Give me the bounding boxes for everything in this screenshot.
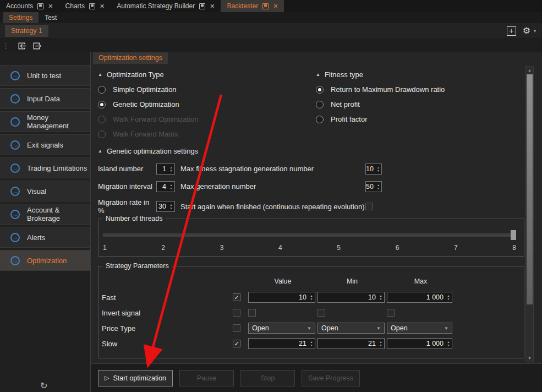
- fast-value-spinner[interactable]: 10▲▼: [248, 292, 315, 303]
- collapse-icon[interactable]: ▲: [98, 72, 102, 77]
- spin-down-icon[interactable]: ▼: [380, 298, 382, 300]
- max-fitness-stagnation-generation-number-spinner[interactable]: 10▲▼: [365, 164, 382, 175]
- collapse-icon[interactable]: ▲: [98, 149, 102, 154]
- spin-up-icon[interactable]: ▲: [170, 184, 173, 186]
- price-type-min-dropdown[interactable]: Open▼: [317, 323, 385, 334]
- spinner-arrows[interactable]: ▲▼: [377, 339, 384, 349]
- close-icon[interactable]: ✕: [273, 3, 278, 9]
- sidebar-item-unit-to-test[interactable]: →Unit to test: [0, 65, 90, 86]
- spin-down-icon[interactable]: ▼: [170, 207, 173, 209]
- threads-slider[interactable]: [103, 230, 516, 240]
- price-type-enable-checkbox[interactable]: [233, 324, 240, 332]
- close-icon[interactable]: ✕: [210, 3, 215, 9]
- save-icon[interactable]: [37, 3, 43, 9]
- fitness-type-option-return-to-maximum-drawdown-ratio[interactable]: Return to Maximum Drawdown ratio: [316, 85, 524, 94]
- fast-enable-checkbox[interactable]: [233, 293, 240, 301]
- invert-signal-enable-checkbox[interactable]: [233, 309, 240, 317]
- invert-signal-value-checkbox[interactable]: [248, 309, 256, 317]
- sidebar-item-trading-limitations[interactable]: →Trading Limitations: [0, 157, 90, 178]
- start-optimization-button[interactable]: ▷Start optimization: [98, 370, 173, 386]
- refresh-icon[interactable]: ↻: [40, 380, 47, 391]
- save-icon[interactable]: [262, 3, 269, 9]
- add-strategy-icon[interactable]: +: [507, 26, 516, 36]
- doc-tab-accounts[interactable]: Accounts✕: [0, 0, 59, 12]
- save-icon[interactable]: [89, 3, 95, 9]
- tab-optimization-settings[interactable]: Optimization settings: [93, 52, 168, 64]
- radio-button[interactable]: [316, 116, 324, 123]
- sidebar-item-input-data[interactable]: →Input Data: [0, 88, 90, 109]
- spin-up-icon[interactable]: ▲: [377, 184, 380, 186]
- radio-button[interactable]: [316, 101, 324, 108]
- spin-down-icon[interactable]: ▼: [170, 170, 173, 172]
- spin-down-icon[interactable]: ▼: [447, 298, 450, 300]
- migration-interval-spinner[interactable]: 4▲▼: [156, 181, 175, 192]
- close-icon[interactable]: ✕: [100, 3, 105, 9]
- sub-tab-settings[interactable]: Settings: [3, 12, 39, 23]
- collapse-icon[interactable]: ▲: [316, 72, 320, 77]
- vertical-scrollbar[interactable]: ▲ ▼: [525, 66, 534, 362]
- sidebar-item-exit-signals[interactable]: →Exit signals: [0, 134, 90, 155]
- spin-up-icon[interactable]: ▲: [310, 341, 313, 343]
- optimization-type-option-simple-optimization[interactable]: Simple Optimization: [98, 85, 316, 94]
- spinner-arrows[interactable]: ▲▼: [168, 182, 174, 192]
- radio-button[interactable]: [98, 86, 106, 94]
- import-strategy-icon[interactable]: [17, 41, 26, 51]
- optimization-type-option-walk-forward-optimization[interactable]: Walk Forward Optimization: [98, 115, 316, 123]
- spin-down-icon[interactable]: ▼: [447, 344, 450, 346]
- sidebar-item-visual[interactable]: →Visual: [0, 181, 90, 202]
- spin-up-icon[interactable]: ▲: [170, 204, 173, 206]
- island-number-spinner[interactable]: 1▲▼: [156, 164, 175, 175]
- spin-down-icon[interactable]: ▼: [377, 187, 380, 189]
- export-strategy-icon[interactable]: [31, 41, 41, 51]
- spinner-arrows[interactable]: ▲▼: [445, 339, 452, 349]
- fitness-type-option-net-profit[interactable]: Net profit: [316, 100, 524, 108]
- start-again-when-finished-continuous-repeating-evolution-checkbox[interactable]: [365, 203, 373, 210]
- slider-thumb[interactable]: [511, 230, 516, 240]
- spin-up-icon[interactable]: ▲: [447, 295, 450, 297]
- toolbar-grip-handle[interactable]: ⋮: [2, 42, 9, 50]
- price-type-max-dropdown[interactable]: Open▼: [387, 323, 452, 334]
- settings-gear-button[interactable]: ⚙ ▼: [523, 26, 537, 35]
- slow-enable-checkbox[interactable]: [233, 340, 240, 347]
- spinner-arrows[interactable]: ▲▼: [168, 164, 174, 174]
- sidebar-item-account-brokerage[interactable]: →Account & Brokerage: [0, 204, 90, 225]
- spinner-arrows[interactable]: ▲▼: [308, 292, 315, 302]
- spin-up-icon[interactable]: ▲: [380, 341, 382, 343]
- spinner-arrows[interactable]: ▲▼: [375, 182, 381, 192]
- max-generation-number-spinner[interactable]: 50▲▼: [365, 181, 382, 192]
- optimization-type-option-genetic-optimization[interactable]: Genetic Optimization: [98, 100, 316, 108]
- doc-tab-automatic-strategy-builder[interactable]: Automatic Strategy Builder✕: [111, 0, 221, 12]
- close-icon[interactable]: ✕: [48, 3, 53, 9]
- slow-max-spinner[interactable]: 1 000▲▼: [387, 338, 452, 349]
- spin-up-icon[interactable]: ▲: [310, 295, 313, 297]
- sidebar-item-money-management[interactable]: →Money Management: [0, 111, 90, 132]
- spin-up-icon[interactable]: ▲: [447, 341, 450, 343]
- sub-tab-test[interactable]: Test: [39, 12, 63, 23]
- fast-max-spinner[interactable]: 1 000▲▼: [387, 292, 452, 303]
- spin-up-icon[interactable]: ▲: [377, 166, 380, 168]
- scroll-down-icon[interactable]: ▼: [526, 355, 533, 362]
- optimization-type-option-walk-forward-matrix[interactable]: Walk Forward Matrix: [98, 130, 316, 138]
- invert-signal-max-checkbox[interactable]: [387, 309, 395, 317]
- doc-tab-backtester[interactable]: Backtester✕: [221, 0, 284, 12]
- spin-down-icon[interactable]: ▼: [377, 170, 380, 172]
- invert-signal-min-checkbox[interactable]: [317, 309, 325, 317]
- slow-min-spinner[interactable]: 21▲▼: [317, 338, 385, 349]
- slider-track[interactable]: [103, 233, 516, 237]
- spin-down-icon[interactable]: ▼: [170, 187, 173, 189]
- radio-button[interactable]: [316, 86, 324, 94]
- scrollbar-thumb[interactable]: [527, 74, 533, 304]
- spinner-arrows[interactable]: ▲▼: [168, 202, 174, 211]
- save-icon[interactable]: [199, 3, 205, 9]
- doc-tab-charts[interactable]: Charts✕: [59, 0, 111, 12]
- spin-down-icon[interactable]: ▼: [310, 298, 313, 300]
- spin-down-icon[interactable]: ▼: [310, 344, 313, 346]
- spinner-arrows[interactable]: ▲▼: [445, 292, 452, 302]
- slow-value-spinner[interactable]: 21▲▼: [248, 338, 315, 349]
- fitness-type-option-profit-factor[interactable]: Profit factor: [316, 115, 524, 123]
- spinner-arrows[interactable]: ▲▼: [375, 164, 381, 174]
- fast-min-spinner[interactable]: 10▲▼: [317, 292, 385, 303]
- spin-down-icon[interactable]: ▼: [380, 344, 382, 346]
- sidebar-item-optimization[interactable]: →Optimization: [0, 250, 90, 271]
- price-type-value-dropdown[interactable]: Open▼: [248, 323, 315, 334]
